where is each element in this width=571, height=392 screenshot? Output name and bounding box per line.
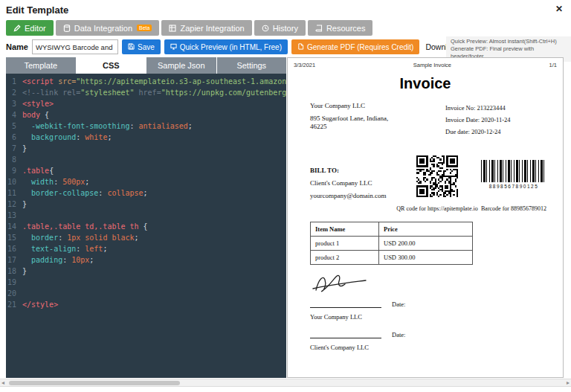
tab-editor[interactable]: Editor [6, 20, 54, 36]
signature-line-row: Date: [310, 301, 541, 308]
grid-icon [169, 25, 176, 32]
line-number: 20 [6, 288, 22, 299]
company-address-line2: 46225 [310, 123, 422, 131]
preview-monitor-icon [170, 43, 177, 51]
signature-line [310, 331, 381, 338]
tab-settings[interactable]: Settings [217, 57, 287, 74]
line-number: 13 [6, 210, 22, 221]
qr-code-image [416, 155, 458, 197]
price-cell: USD 200.00 [379, 237, 473, 251]
code-line: 13 [6, 210, 286, 221]
barcode-block: 8898567890125 Barcode for 889856789012 [481, 155, 546, 212]
line-number: 19 [6, 277, 22, 288]
code-line: 8 [6, 154, 286, 165]
due-date: Due date: 2020-12-24 [445, 126, 541, 138]
line-number: 18 [6, 266, 22, 277]
code-text: </style> [22, 299, 58, 310]
code-text: body { [22, 109, 49, 121]
company-block: Your Company LLC 895 Sugarfoot Lane, Ind… [310, 102, 422, 138]
code-text: .table{ [22, 165, 54, 176]
save-button[interactable]: Save [122, 39, 161, 54]
code-line: 1<script src="https://apitemplateio.s3-a… [6, 76, 286, 87]
template-name-input[interactable] [32, 39, 118, 54]
signature-line-row: Date: [310, 331, 541, 338]
save-button-label: Save [138, 43, 155, 51]
line-number: 11 [6, 187, 22, 199]
barcode-number: 8898567890125 [489, 184, 539, 189]
tab-css[interactable]: CSS [77, 57, 146, 74]
history-clock-icon [262, 25, 269, 32]
scroll-right-arrow[interactable]: ▸ [567, 379, 570, 387]
quick-preview-hint: Quick Preview: Almost instant(Shift-Ctrl… [451, 38, 567, 45]
line-number: 15 [6, 232, 22, 243]
code-text: border: 1px solid black; [22, 232, 139, 243]
bill-to-name: Client's Company LLC [310, 177, 393, 190]
invoice-date: Invoice Date: 2020-11-24 [445, 114, 541, 126]
scroll-left-arrow[interactable]: ◂ [1, 379, 4, 387]
line-number: 7 [6, 143, 22, 154]
date-label: Date: [392, 331, 405, 338]
beta-badge: Beta [137, 25, 152, 31]
line-number: 14 [6, 221, 22, 232]
code-line: 17 padding: 10px; [6, 254, 286, 266]
signature-image [310, 272, 368, 295]
code-line: 12} [6, 199, 286, 210]
code-line: 2<!--link rel="stylesheet" href="https:/… [6, 87, 286, 98]
horizontal-scrollbar[interactable]: ◂ ▸ [0, 379, 571, 387]
tab-resources[interactable]: Resources [308, 20, 373, 36]
tab-data-integration[interactable]: Data Integration Beta [56, 20, 160, 36]
tab-zapier-integration[interactable]: Zapier Integration [161, 20, 251, 36]
tab-sample-json[interactable]: Sample Json [146, 57, 216, 74]
code-line: 11 border-collapse: collapse; [6, 187, 286, 199]
code-text: background: white; [22, 132, 112, 143]
code-line: 6 background: white; [6, 132, 286, 143]
tab-resources-label: Resources [326, 24, 366, 33]
titlebar: Edit Template ✕ [0, 0, 571, 19]
item-name-cell: product 2 [311, 251, 379, 265]
price-cell: USD 300.00 [379, 251, 473, 265]
generate-pdf-button[interactable]: Generate PDF (Requires Credit) [291, 39, 419, 54]
pdf-header-row: 3/3/2021 Sample Invoice 1/1 [288, 58, 563, 68]
code-text: <!--link rel="stylesheet" href="https://… [22, 87, 286, 98]
book-icon [315, 25, 323, 32]
code-line: 19 [6, 277, 286, 288]
company-address-line1: 895 Sugarfoot Lane, Indiana, [310, 115, 422, 123]
signature-line [310, 301, 381, 308]
line-number: 16 [6, 243, 22, 254]
pdf-preview-panel[interactable]: 3/3/2021 Sample Invoice 1/1 Invoice Your… [287, 57, 564, 378]
line-number: 3 [6, 98, 22, 109]
code-text: padding: 10px; [22, 254, 94, 266]
code-line: 4body { [6, 109, 286, 121]
tab-template[interactable]: Template [6, 57, 76, 74]
tab-history[interactable]: History [254, 20, 306, 36]
code-line: 10 width: 500px; [6, 176, 286, 187]
invoice-meta-block: Invoice No: 213223444 Invoice Date: 2020… [445, 102, 541, 138]
quick-preview-button[interactable]: Quick Preview (in HTML, Free) [164, 39, 288, 54]
table-row: product 1 USD 200.00 [311, 237, 473, 251]
code-line: 9.table{ [6, 165, 286, 176]
code-text: } [22, 143, 27, 154]
pdf-header-date: 3/3/2021 [294, 62, 315, 68]
code-text: } [22, 199, 27, 210]
code-text: .table,.table td,.table th { [22, 221, 148, 232]
pdf-header-page: 1/1 [549, 62, 557, 68]
line-number: 4 [6, 109, 22, 121]
scrollbar-thumb[interactable] [9, 381, 180, 385]
code-line: 20 [6, 288, 286, 299]
toolbar: Name Save Quick Preview (in HTML, Free) … [6, 39, 571, 55]
signer-name: Client's Company LLC [310, 344, 541, 351]
code-text: width: 500px; [22, 176, 89, 187]
close-icon[interactable]: ✕ [555, 4, 563, 14]
css-code-editor[interactable]: 1<script src="https://apitemplateio.s3-a… [6, 74, 286, 378]
code-line: 5 -webkit-font-smoothing: antialiased; [6, 121, 286, 132]
bill-to-label: BILL TO: [310, 164, 393, 177]
line-number: 10 [6, 176, 22, 187]
tab-history-label: History [273, 24, 298, 33]
pencil-icon [13, 25, 21, 32]
bill-to-email: yourcompany@domain.com [310, 190, 393, 202]
database-icon [63, 25, 71, 32]
code-line: 18} [6, 266, 286, 277]
line-number: 1 [6, 76, 22, 87]
code-text: -webkit-font-smoothing: antialiased; [22, 121, 193, 132]
company-name: Your Company LLC [310, 102, 422, 109]
